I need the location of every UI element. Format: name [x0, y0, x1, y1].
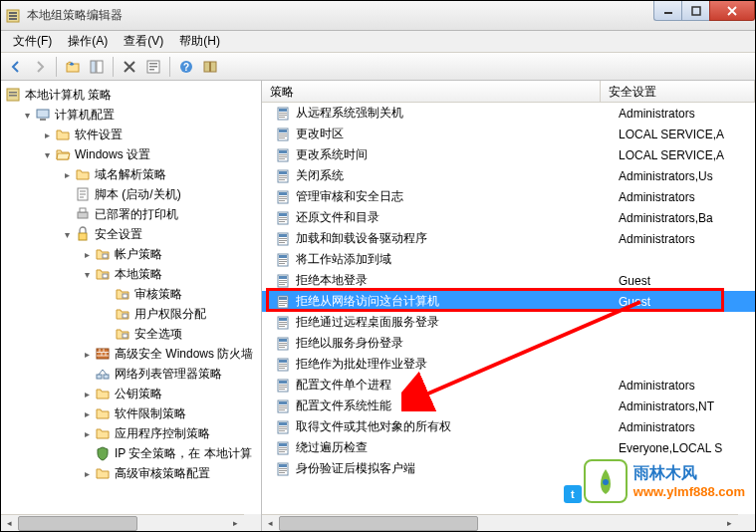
right-pane[interactable]: 策略 安全设置 从远程系统强制关机Administrators更改时区LOCAL…	[262, 81, 755, 531]
expand-icon[interactable]: ▸	[81, 428, 93, 439]
toolbar-separator	[56, 57, 57, 77]
collapse-icon[interactable]: ▾	[61, 229, 73, 240]
tree-ip-security[interactable]: IP 安全策略，在 本地计算	[1, 443, 261, 463]
policy-root-icon	[5, 87, 21, 103]
list-row[interactable]: 更改系统时间LOCAL SERVICE,A	[262, 144, 755, 165]
policy-name: 配置文件系统性能	[296, 398, 611, 414]
tree-label: 应用程序控制策略	[115, 425, 210, 442]
delete-button[interactable]	[119, 56, 140, 78]
svg-rect-37	[279, 115, 287, 116]
tree-network-list[interactable]: 网络列表管理器策略	[1, 364, 261, 384]
list-row[interactable]: 拒绝通过远程桌面服务登录	[262, 312, 755, 333]
expand-icon[interactable]: ▸	[81, 468, 93, 479]
tree-computer-config[interactable]: ▾ 计算机配置	[1, 105, 261, 125]
expand-icon[interactable]: ▸	[81, 249, 93, 260]
scrollbar-thumb[interactable]	[18, 516, 137, 531]
tree-label: 高级安全 Windows 防火墙	[115, 346, 253, 363]
expand-icon[interactable]: ▸	[81, 349, 93, 360]
list-row[interactable]: 关闭系统Administrators,Us	[262, 165, 755, 186]
svg-rect-108	[279, 409, 285, 410]
expand-icon[interactable]: ▸	[41, 130, 53, 140]
toolbar: ?	[1, 53, 755, 81]
toolbar-separator	[169, 57, 170, 77]
list-row[interactable]: 拒绝本地登录Guest	[262, 270, 755, 291]
tree-scripts[interactable]: 脚本 (启动/关机)	[1, 184, 261, 204]
list-row[interactable]: 身份验证后模拟客户端	[262, 458, 755, 479]
policy-icon	[276, 189, 292, 205]
tree-audit-policy[interactable]: 审核策略	[1, 284, 261, 304]
policy-name: 加载和卸载设备驱动程序	[296, 230, 611, 247]
collapse-icon[interactable]: ▾	[81, 269, 93, 280]
list-row[interactable]: 拒绝作为批处理作业登录	[262, 354, 755, 375]
list-row[interactable]: 取得文件或其他对象的所有权Administrators	[262, 416, 755, 437]
scrollbar-h-left[interactable]: ◂ ▸	[1, 514, 244, 531]
tree-name-resolution[interactable]: ▸ 域名解析策略	[1, 164, 261, 184]
list-row[interactable]: 还原文件和目录Administrators,Ba	[262, 207, 755, 228]
tree-windows-settings[interactable]: ▾ Windows 设置	[1, 144, 261, 164]
menu-view[interactable]: 查看(V)	[116, 31, 171, 52]
column-setting[interactable]: 安全设置	[601, 81, 755, 102]
tree-security-settings[interactable]: ▾ 安全设置	[1, 224, 261, 244]
tree-account-policies[interactable]: ▸ 帐户策略	[1, 244, 261, 264]
up-folder-button[interactable]	[62, 56, 84, 78]
scrollbar-thumb[interactable]	[279, 516, 478, 531]
tree-software-settings[interactable]: ▸ 软件设置	[1, 125, 261, 144]
svg-rect-95	[279, 360, 287, 363]
properties-button[interactable]	[142, 56, 164, 78]
scroll-left-icon[interactable]: ◂	[1, 515, 18, 532]
expand-icon[interactable]: ▸	[81, 408, 93, 419]
tree-advanced-firewall[interactable]: ▸ 高级安全 Windows 防火墙	[1, 344, 261, 364]
printer-icon	[75, 206, 91, 222]
menu-help[interactable]: 帮助(H)	[171, 31, 228, 52]
list-row[interactable]: 管理审核和安全日志Administrators	[262, 186, 755, 207]
svg-rect-31	[97, 349, 109, 359]
list-row[interactable]: 加载和卸载设备驱动程序Administrators	[262, 228, 755, 249]
list-row[interactable]: 配置文件单个进程Administrators	[262, 375, 755, 396]
svg-rect-118	[279, 451, 285, 452]
help-button[interactable]: ?	[175, 56, 197, 78]
tree-software-restriction[interactable]: ▸ 软件限制策略	[1, 403, 261, 423]
list-row[interactable]: 更改时区LOCAL SERVICE,A	[262, 124, 755, 144]
scroll-right-icon[interactable]: ▸	[227, 515, 244, 532]
tree-app-control[interactable]: ▸ 应用程序控制策略	[1, 423, 261, 443]
tree-root[interactable]: 本地计算机 策略	[1, 85, 261, 105]
expand-icon[interactable]: ▸	[81, 389, 93, 399]
policy-icon	[276, 168, 292, 184]
list-row[interactable]: 拒绝从网络访问这台计算机Guest	[262, 291, 755, 312]
expand-icon[interactable]: ▸	[61, 169, 73, 180]
tree-public-key[interactable]: ▸ 公钥策略	[1, 384, 261, 403]
scroll-left-icon[interactable]: ◂	[262, 515, 279, 532]
tree-printers[interactable]: 已部署的打印机	[1, 204, 261, 224]
policy-name: 绕过遍历检查	[296, 439, 611, 456]
scroll-right-icon[interactable]: ▸	[721, 515, 738, 532]
menu-file[interactable]: 文件(F)	[5, 31, 60, 52]
folder-policy-icon	[95, 266, 111, 282]
back-button[interactable]	[5, 56, 27, 78]
tree-security-options[interactable]: 安全选项	[1, 324, 261, 344]
scrollbar-h-right[interactable]: ◂ ▸	[262, 514, 738, 531]
list-row[interactable]: 从远程系统强制关机Administrators	[262, 103, 755, 124]
tree-advanced-audit[interactable]: ▸ 高级审核策略配置	[1, 463, 261, 483]
column-policy[interactable]: 策略	[262, 81, 601, 102]
svg-rect-48	[279, 158, 285, 159]
tree-user-rights[interactable]: 用户权限分配	[1, 304, 261, 324]
list-row[interactable]: 绕过遍历检查Everyone,LOCAL S	[262, 437, 755, 458]
list-row[interactable]: 配置文件系统性能Administrators,NT	[262, 396, 755, 416]
extra-button[interactable]	[199, 56, 221, 78]
list-row[interactable]: 将工作站添加到域	[262, 249, 755, 270]
spacer	[81, 369, 93, 380]
left-pane[interactable]: 本地计算机 策略 ▾ 计算机配置 ▸ 软件设置 ▾ Windows 设置 ▸ 域	[1, 81, 262, 531]
collapse-icon[interactable]: ▾	[21, 110, 33, 121]
menu-action[interactable]: 操作(A)	[60, 31, 116, 52]
minimize-button[interactable]	[653, 1, 681, 21]
menubar: 文件(F) 操作(A) 查看(V) 帮助(H)	[1, 31, 755, 53]
close-button[interactable]	[709, 1, 755, 21]
collapse-icon[interactable]: ▾	[41, 149, 53, 160]
list-row[interactable]: 拒绝以服务身份登录	[262, 333, 755, 354]
forward-button[interactable]	[29, 56, 51, 78]
tree-label: 域名解析策略	[95, 166, 166, 183]
show-hide-tree-button[interactable]	[86, 56, 108, 78]
maximize-button[interactable]	[681, 1, 709, 21]
tree-local-policies[interactable]: ▾ 本地策略	[1, 264, 261, 284]
svg-rect-4	[664, 12, 672, 14]
